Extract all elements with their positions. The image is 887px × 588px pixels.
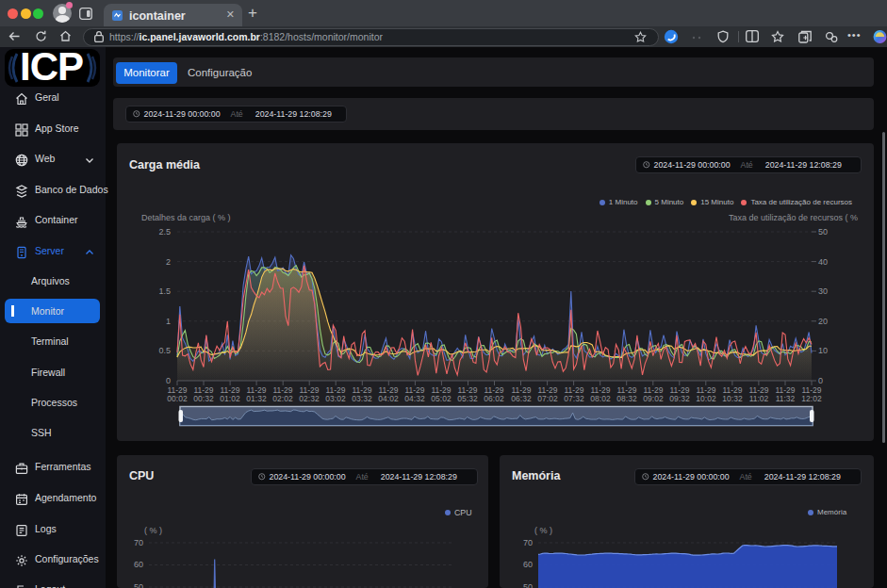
svg-text:60: 60 — [523, 560, 533, 569]
svg-text:70: 70 — [523, 538, 533, 547]
svg-text:70: 70 — [134, 538, 143, 547]
svg-text:60: 60 — [134, 560, 143, 569]
svg-text:50: 50 — [134, 582, 143, 588]
svg-text:( % ): ( % ) — [534, 526, 552, 535]
svg-text:50: 50 — [523, 582, 533, 588]
svg-text:( % ): ( % ) — [144, 526, 162, 535]
